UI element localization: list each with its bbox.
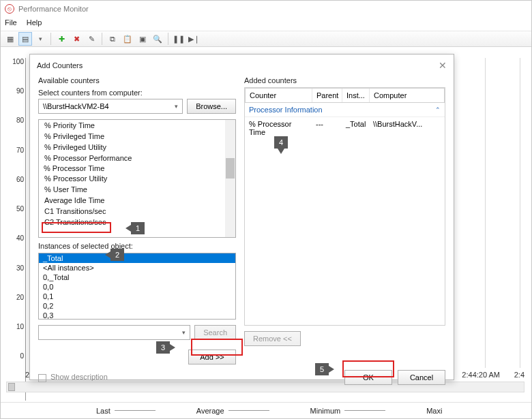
counter-item[interactable]: % User Time: [39, 184, 235, 195]
copy-icon[interactable]: ⧉: [106, 32, 119, 46]
instances-listbox[interactable]: _Total <All instances> 0,_Total 0,0 0,1 …: [38, 253, 236, 320]
statusbar: Last Average Minimum Maxi: [1, 402, 531, 418]
close-icon[interactable]: ✕: [439, 60, 447, 71]
chevron-down-icon: ▾: [175, 103, 178, 110]
instance-item[interactable]: 0,2: [39, 301, 235, 311]
available-counters-label: Available counters: [38, 76, 236, 84]
toolbar-view-icon[interactable]: ▦: [3, 32, 17, 46]
callout-1: 1: [131, 222, 145, 234]
instances-label: Instances of selected object:: [38, 242, 236, 250]
counter-item[interactable]: % Processor Utility: [39, 173, 235, 184]
counter-item[interactable]: C1 Transitions/sec: [39, 206, 235, 217]
add-icon[interactable]: ✚: [55, 32, 68, 46]
instance-item-total[interactable]: _Total: [39, 253, 235, 263]
zoom-icon[interactable]: 🔍: [151, 32, 164, 46]
collapse-icon: ⌃: [435, 106, 441, 113]
callout-3: 3: [156, 341, 170, 354]
chevron-down-icon: ▾: [182, 329, 186, 336]
titlebar: ⦸ Performance Monitor: [1, 1, 531, 17]
app-icon: ⦸: [5, 4, 14, 14]
update-icon[interactable]: ▶❘: [187, 32, 201, 46]
added-counters-label: Added counters: [244, 76, 445, 84]
select-computer-label: Select counters from computer:: [38, 89, 236, 97]
counter-item[interactable]: % Priority Time: [39, 120, 235, 131]
add-counters-dialog: Add Counters ✕ Available counters Select…: [29, 54, 454, 380]
show-description-checkbox[interactable]: Show description: [38, 373, 108, 382]
delete-icon[interactable]: ✖: [70, 32, 83, 46]
paste-icon[interactable]: 📋: [121, 32, 134, 46]
counter-item[interactable]: % Privileged Time: [39, 131, 235, 142]
properties-icon[interactable]: ▣: [136, 32, 149, 46]
counter-item[interactable]: Average Idle Time: [39, 195, 235, 206]
counters-scrollbar[interactable]: [225, 120, 235, 237]
instance-item[interactable]: 0,0: [39, 282, 235, 292]
highlight-icon[interactable]: ✎: [85, 32, 98, 46]
callout-5: 5: [315, 363, 329, 375]
toolbar-chart-icon[interactable]: ▤: [18, 32, 32, 46]
freeze-icon[interactable]: ❚❚: [172, 32, 186, 46]
search-button[interactable]: Search: [194, 325, 236, 340]
remove-button[interactable]: Remove <<: [244, 331, 301, 346]
y-axis: 100 90 80 70 60 50 40 30 20 10 0: [5, 58, 25, 368]
ok-button[interactable]: OK: [344, 370, 392, 385]
menu-help[interactable]: Help: [27, 18, 42, 29]
menu-file[interactable]: File: [5, 18, 17, 29]
instance-item[interactable]: 0,3: [39, 311, 235, 320]
instance-item[interactable]: 0,1: [39, 292, 235, 301]
instance-filter-combo[interactable]: ▾: [38, 325, 190, 340]
counter-item[interactable]: % Processor Performance: [39, 153, 235, 164]
add-button[interactable]: Add >>: [188, 350, 236, 364]
counter-item[interactable]: % Privileged Utility: [39, 142, 235, 153]
browse-button[interactable]: Browse...: [187, 99, 236, 114]
menubar: File Help: [1, 17, 531, 31]
callout-4: 4: [274, 136, 288, 149]
instance-item[interactable]: 0,_Total: [39, 273, 235, 282]
instance-item[interactable]: <All instances>: [39, 263, 235, 273]
counters-listbox[interactable]: % Priority Time % Privileged Time % Priv…: [38, 119, 236, 238]
computer-combo[interactable]: \\BurstHackVM2-B4 ▾: [38, 99, 183, 114]
added-counters-table: Counter Parent Inst... Computer Processo…: [244, 87, 445, 326]
table-header: Counter Parent Inst... Computer: [245, 88, 445, 103]
cancel-button[interactable]: Cancel: [398, 370, 445, 385]
toolbar: ▦ ▤ ▾ ✚ ✖ ✎ ⧉ 📋 ▣ 🔍 ❚❚ ▶❘: [1, 31, 531, 47]
window-title: Performance Monitor: [18, 5, 89, 13]
dialog-title: Add Counters: [37, 61, 83, 69]
counter-group-row[interactable]: Processor Information ⌃: [245, 103, 445, 117]
callout-2: 2: [110, 249, 124, 261]
perfmon-window: ⦸ Performance Monitor File Help ▦ ▤ ▾ ✚ …: [0, 0, 532, 419]
counter-item-processor-time[interactable]: % Processor Time: [39, 164, 235, 173]
toolbar-dropdown-icon[interactable]: ▾: [33, 32, 47, 46]
